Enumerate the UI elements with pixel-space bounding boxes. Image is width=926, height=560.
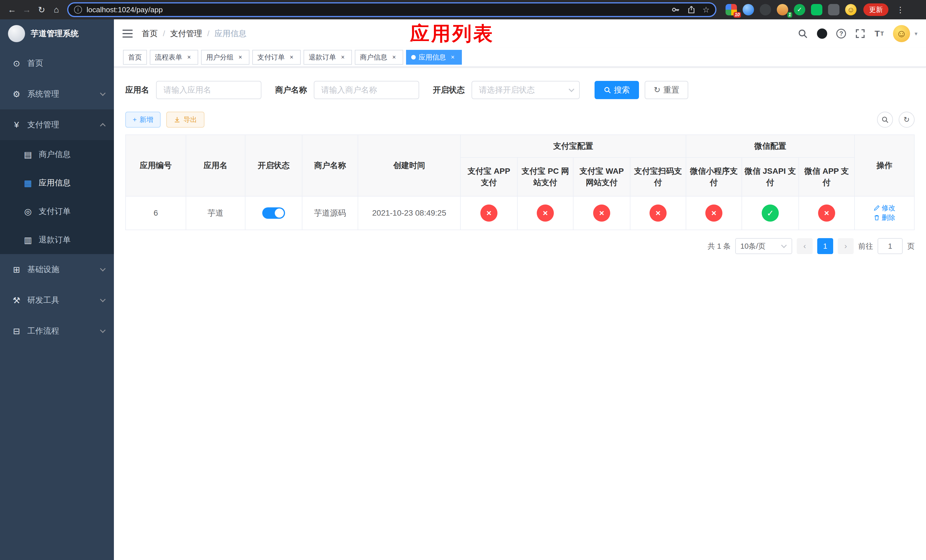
sidebar-item-infra[interactable]: ⊞ 基础设施 bbox=[0, 254, 114, 285]
search-button[interactable]: 搜索 bbox=[595, 81, 639, 99]
page-info-icon[interactable]: i bbox=[74, 6, 82, 14]
tab-merchant-info[interactable]: 商户信息× bbox=[355, 50, 403, 65]
user-avatar[interactable]: ☺ bbox=[893, 25, 910, 42]
back-icon[interactable]: ← bbox=[5, 2, 20, 17]
pencil-icon bbox=[874, 205, 880, 211]
toggle-search-button[interactable] bbox=[877, 112, 893, 128]
close-icon[interactable]: × bbox=[287, 53, 295, 61]
app-logo[interactable]: 芋道管理系统 bbox=[0, 20, 114, 48]
chevron-down-icon bbox=[781, 242, 787, 248]
sidebar-item-merchant-info[interactable]: ▤ 商户信息 bbox=[0, 140, 114, 169]
sidebar-menu: ⊙ 首页 ⚙ 系统管理 ¥ 支付管理 ▤ 商户信息 bbox=[0, 48, 114, 347]
trash-icon bbox=[874, 215, 880, 221]
reset-button[interactable]: ↻ 重置 bbox=[645, 81, 688, 99]
font-size-icon[interactable]: TT bbox=[875, 29, 884, 38]
close-icon[interactable]: × bbox=[339, 53, 347, 61]
close-icon[interactable]: × bbox=[185, 53, 193, 61]
forward-icon[interactable]: → bbox=[20, 2, 34, 17]
ext-green-square-icon[interactable] bbox=[811, 4, 822, 15]
table-row: 6 芋道 芋道源码 2021-10-23 08:49:25 × × × × × … bbox=[126, 196, 914, 230]
url-bar[interactable]: i localhost:1024/pay/app ☆ bbox=[67, 2, 716, 17]
extensions-puzzle-icon[interactable] bbox=[828, 4, 840, 15]
github-icon[interactable] bbox=[817, 29, 827, 39]
workflow-icon: ⊟ bbox=[11, 326, 22, 336]
dashboard-icon: ⊙ bbox=[11, 58, 22, 68]
col-wechat-mini: 微信小程序支付 bbox=[686, 157, 742, 196]
filter-form: 应用名 商户名称 开启状态 请选择开启状态 bbox=[125, 81, 915, 99]
breadcrumb-home[interactable]: 首页 bbox=[142, 28, 158, 39]
sidebar-item-app-info[interactable]: ▦ 应用信息 bbox=[0, 169, 114, 197]
ext-check-icon[interactable]: ✓ bbox=[794, 4, 805, 15]
col-created: 创建时间 bbox=[358, 135, 460, 196]
page-1-button[interactable]: 1 bbox=[817, 238, 833, 254]
breadcrumb-payment[interactable]: 支付管理 bbox=[170, 28, 202, 39]
refresh-icon: ↻ bbox=[654, 86, 660, 94]
close-icon[interactable]: × bbox=[390, 53, 398, 61]
caret-down-icon[interactable]: ▾ bbox=[915, 30, 917, 37]
chevron-down-icon bbox=[100, 297, 106, 302]
top-navbar: 首页 / 支付管理 / 应用信息 应用列表 ? TT ☺ ▾ bbox=[114, 20, 926, 48]
sidebar-item-label: 应用信息 bbox=[39, 177, 71, 188]
tab-refund-order[interactable]: 退款订单× bbox=[304, 50, 352, 65]
next-page-button[interactable]: › bbox=[838, 238, 854, 254]
sidebar-item-label: 退款订单 bbox=[39, 235, 71, 245]
browser-update-button[interactable]: 更新 bbox=[863, 3, 888, 16]
bookmark-star-icon[interactable]: ☆ bbox=[702, 5, 710, 15]
server-icon: ⊞ bbox=[11, 265, 22, 275]
total-count: 共 1 条 bbox=[708, 241, 731, 251]
ext-avatar-icon[interactable]: 1 bbox=[777, 4, 788, 15]
add-button[interactable]: + 新增 bbox=[125, 112, 160, 128]
export-button[interactable]: 导出 bbox=[166, 112, 204, 128]
home-icon[interactable]: ⌂ bbox=[49, 2, 64, 17]
table-toolbar: + 新增 导出 ↻ bbox=[125, 112, 915, 128]
close-icon[interactable]: × bbox=[449, 53, 457, 61]
refresh-table-button[interactable]: ↻ bbox=[899, 112, 915, 128]
share-icon[interactable] bbox=[687, 5, 696, 14]
search-icon[interactable] bbox=[797, 29, 808, 39]
goto-page-input[interactable] bbox=[878, 238, 903, 254]
tab-user-group[interactable]: 用户分组× bbox=[201, 50, 250, 65]
wechat-mini-status-icon: × bbox=[705, 204, 722, 222]
password-key-icon[interactable] bbox=[671, 5, 680, 14]
status-select[interactable]: 请选择开启状态 bbox=[472, 81, 580, 99]
prev-page-button[interactable]: ‹ bbox=[797, 238, 813, 254]
sidebar-item-workflow[interactable]: ⊟ 工作流程 bbox=[0, 316, 114, 347]
status-toggle[interactable] bbox=[262, 207, 285, 219]
sidebar-item-pay-order[interactable]: ◎ 支付订单 bbox=[0, 197, 114, 226]
app-name-input[interactable] bbox=[156, 81, 262, 99]
ext-blue-icon[interactable] bbox=[743, 4, 754, 15]
merchant-name-input[interactable] bbox=[314, 81, 419, 99]
app-table: 应用编号 应用名 开启状态 商户名称 创建时间 支付宝配置 微信配置 操作 支付… bbox=[125, 135, 915, 230]
url-text[interactable]: localhost:1024/pay/app bbox=[86, 5, 163, 14]
sidebar-toggle-icon[interactable] bbox=[123, 30, 133, 38]
fullscreen-icon[interactable] bbox=[855, 29, 865, 39]
search-icon bbox=[881, 116, 889, 123]
active-dot bbox=[411, 55, 416, 59]
pagination: 共 1 条 10条/页 ‹ 1 › 前往 页 bbox=[125, 238, 915, 254]
sidebar: 芋道管理系统 ⊙ 首页 ⚙ 系统管理 ¥ 支付管理 bbox=[0, 20, 114, 560]
merchant-name-label: 商户名称 bbox=[275, 85, 307, 95]
browser-menu-icon[interactable]: ⋮ bbox=[893, 2, 908, 17]
col-wechat-jsapi: 微信 JSAPI 支付 bbox=[742, 157, 799, 196]
ext-grid-icon[interactable]: 10 bbox=[726, 4, 737, 15]
breadcrumb: 首页 / 支付管理 / 应用信息 bbox=[142, 28, 247, 39]
sidebar-item-dev-tools[interactable]: ⚒ 研发工具 bbox=[0, 285, 114, 316]
sidebar-item-home[interactable]: ⊙ 首页 bbox=[0, 48, 114, 79]
tab-pay-order[interactable]: 支付订单× bbox=[252, 50, 301, 65]
col-status: 开启状态 bbox=[245, 135, 302, 196]
help-icon[interactable]: ? bbox=[836, 29, 846, 38]
close-icon[interactable]: × bbox=[236, 53, 244, 61]
tab-process-form[interactable]: 流程表单× bbox=[150, 50, 198, 65]
edit-link[interactable]: 修改 bbox=[874, 203, 895, 212]
tab-app-info[interactable]: 应用信息× bbox=[406, 50, 462, 65]
page-size-select[interactable]: 10条/页 bbox=[735, 238, 792, 254]
sidebar-item-system[interactable]: ⚙ 系统管理 bbox=[0, 79, 114, 109]
browser-profile-avatar[interactable]: ☺ bbox=[845, 4, 856, 15]
sidebar-item-refund-order[interactable]: ▥ 退款订单 bbox=[0, 226, 114, 254]
sidebar-item-payment[interactable]: ¥ 支付管理 bbox=[0, 109, 114, 140]
delete-link[interactable]: 删除 bbox=[874, 213, 895, 222]
tab-home[interactable]: 首页 bbox=[123, 50, 147, 65]
reload-icon[interactable]: ↻ bbox=[34, 2, 49, 17]
col-alipay-scan: 支付宝扫码支付 bbox=[630, 157, 686, 196]
ext-dark-icon[interactable] bbox=[760, 4, 771, 15]
